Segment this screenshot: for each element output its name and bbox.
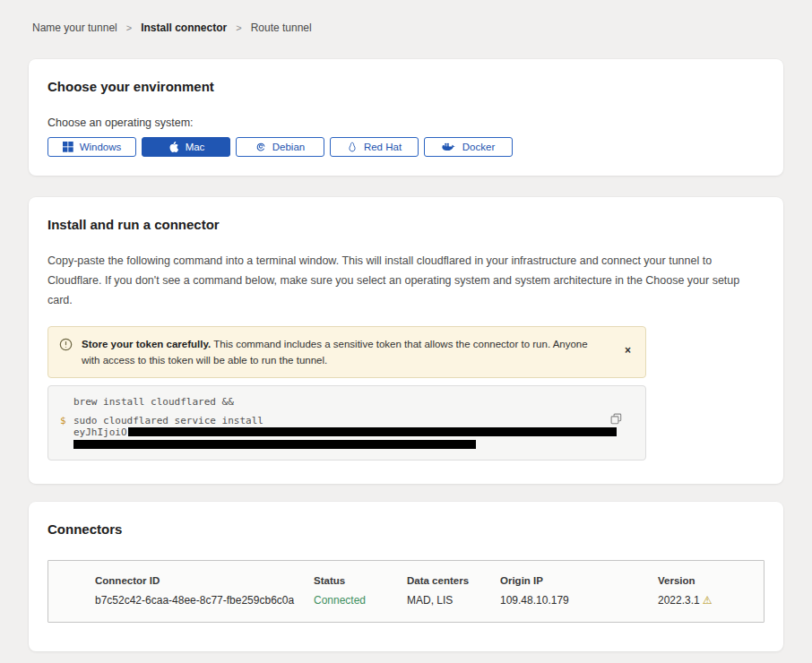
status-badge: Connected xyxy=(314,594,407,607)
token-warning-banner: Store your token carefully. This command… xyxy=(48,326,646,379)
install-description: Copy-paste the following command into a … xyxy=(48,252,764,311)
shell-prompt: $ xyxy=(60,415,66,426)
token-warning-title: Store your token carefully. xyxy=(82,339,211,349)
windows-icon xyxy=(63,142,73,152)
docker-icon xyxy=(442,142,456,152)
debian-icon xyxy=(255,142,266,152)
version-cell: 2022.3.1⚠ xyxy=(658,594,764,607)
code-line-token: eyJhIjoiO xyxy=(48,426,609,438)
os-button-label: Red Hat xyxy=(364,142,402,152)
os-select-label: Choose an operating system: xyxy=(48,116,764,129)
redhat-icon xyxy=(347,142,358,153)
code-line-token-2 xyxy=(48,438,609,449)
column-header-origin-ip: Origin IP xyxy=(500,575,658,586)
os-button-windows[interactable]: Windows xyxy=(48,137,136,157)
breadcrumb-step-install-connector[interactable]: Install connector xyxy=(141,22,227,34)
os-button-label: Windows xyxy=(80,142,122,152)
os-button-debian[interactable]: Debian xyxy=(236,137,324,157)
column-header-version: Version xyxy=(658,575,764,586)
code-line-brew: brew install cloudflared && xyxy=(48,396,609,408)
environment-card: Choose your environment Choose an operat… xyxy=(29,59,783,176)
version-value: 2022.3.1 xyxy=(658,594,700,607)
os-button-redhat[interactable]: Red Hat xyxy=(330,137,419,157)
os-button-label: Mac xyxy=(186,142,205,152)
origin-ip-value: 109.48.10.179 xyxy=(500,594,658,607)
os-button-group: Windows Mac Debian xyxy=(48,137,764,157)
close-icon[interactable]: × xyxy=(621,343,635,357)
os-button-label: Debian xyxy=(272,142,305,152)
info-icon xyxy=(59,338,73,355)
data-centers-value: MAD, LIS xyxy=(407,594,500,607)
token-redaction-bar xyxy=(128,427,617,436)
install-connector-card: Install and run a connector Copy-paste t… xyxy=(29,197,783,484)
column-header-data-centers: Data centers xyxy=(407,575,500,586)
column-header-status: Status xyxy=(314,575,407,586)
tunnel-setup-page: Name your tunnel > Install connector > R… xyxy=(0,0,812,663)
connectors-card: Connectors Connector ID Status Data cent… xyxy=(29,502,783,651)
apple-icon xyxy=(168,141,179,153)
install-card-title: Install and run a connector xyxy=(48,217,764,232)
breadcrumb-step-route-tunnel[interactable]: Route tunnel xyxy=(251,22,312,34)
version-warning-icon[interactable]: ⚠ xyxy=(703,594,713,607)
token-prefix: eyJhIjoiO xyxy=(73,426,127,438)
os-button-label: Docker xyxy=(462,142,495,152)
copy-icon[interactable] xyxy=(609,411,624,429)
breadcrumb-separator: > xyxy=(126,22,132,33)
breadcrumb-step-name-tunnel[interactable]: Name your tunnel xyxy=(32,22,117,34)
code-line-service-install: $sudo cloudflared service install xyxy=(48,415,609,426)
os-button-mac[interactable]: Mac xyxy=(142,137,230,157)
column-header-connector-id: Connector ID xyxy=(95,575,314,586)
os-button-docker[interactable]: Docker xyxy=(424,137,513,157)
connectors-table: Connector ID Status Data centers Origin … xyxy=(48,560,764,623)
environment-card-title: Choose your environment xyxy=(48,79,764,94)
breadcrumb-separator: > xyxy=(236,22,241,33)
connectors-card-title: Connectors xyxy=(48,521,764,537)
connector-id-value: b7c52c42-6caa-48ee-8c77-fbe259cb6c0a xyxy=(95,594,314,607)
token-redaction-bar xyxy=(73,440,476,449)
token-warning-text: Store your token carefully. This command… xyxy=(82,336,612,369)
breadcrumb: Name your tunnel > Install connector > R… xyxy=(0,0,812,34)
install-command-codeblock: brew install cloudflared && $sudo cloudf… xyxy=(48,385,646,461)
